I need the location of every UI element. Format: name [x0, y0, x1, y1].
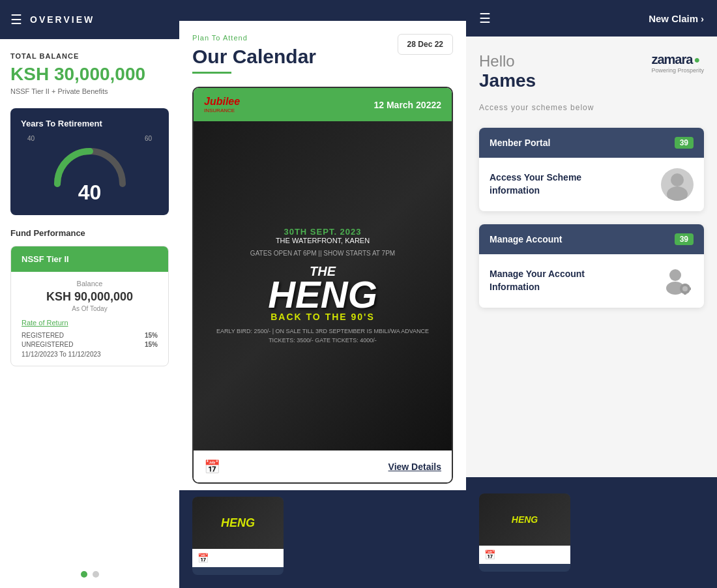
right-panel: ☰ New Claim › Hello James zamara ● Power…	[466, 0, 717, 588]
event-card-footer: 📅 View Details	[194, 450, 452, 482]
manage-account-card: Manage Account 39 Manage Your Account In…	[479, 224, 704, 308]
middle-header	[179, 0, 466, 21]
years-to-retirement-box: Years To Retirement 40 60 40	[10, 108, 169, 215]
manage-account-avatar	[661, 265, 694, 297]
svg-rect-7	[684, 293, 686, 295]
svg-point-5	[682, 286, 688, 291]
event-title-accent: BACK TO THE 90'S	[207, 312, 439, 322]
zamara-dot-icon: ●	[694, 54, 700, 66]
thumb-footer-1: 📅	[192, 549, 284, 567]
rate-unregistered-row: UNREGISTERED 15%	[22, 341, 158, 348]
right-content: Hello James zamara ● Powering Prosperity…	[466, 37, 717, 477]
svg-point-1	[667, 186, 688, 201]
event-ticket-info: EARLY BIRD: 2500/- | ON SALE TILL 3RD SE…	[207, 327, 439, 345]
thumb-card-1[interactable]: HENG 📅	[192, 497, 284, 575]
new-claim-button[interactable]: New Claim ›	[649, 13, 704, 24]
zamara-logo-group: zamara ● Powering Prosperity	[651, 52, 704, 74]
view-details-button[interactable]: View Details	[388, 462, 441, 472]
total-balance-subtitle: NSSF Tier II + Private Benefits	[10, 87, 169, 95]
svg-rect-8	[680, 287, 682, 290]
manage-account-description: Manage Your Account Information	[490, 268, 620, 293]
new-claim-label: New Claim	[649, 13, 698, 24]
svg-rect-9	[689, 287, 691, 290]
fund-balance-amount: KSH 90,000,000	[22, 290, 158, 304]
right-thumb-footer: 📅	[479, 546, 570, 564]
dot-1[interactable]	[81, 571, 87, 578]
our-calendar-title: Our Calendar	[192, 46, 316, 68]
event-gates-info: GATES OPEN AT 6PM || SHOW STARTS AT 7PM	[207, 250, 439, 257]
rate-registered-label: REGISTERED	[22, 332, 64, 339]
member-portal-badge: 39	[675, 137, 694, 149]
bottom-thumbs-area: HENG 📅	[179, 490, 466, 588]
new-claim-chevron: ›	[701, 13, 704, 24]
fund-performance-title: Fund Performance	[10, 228, 169, 238]
rate-of-return-label[interactable]: Rate of Return	[22, 319, 158, 327]
calendar-top: Plan To Attend Our Calendar 28 Dec 22	[179, 21, 466, 80]
rate-unregistered-value: 15%	[145, 341, 158, 348]
svg-point-0	[671, 173, 684, 186]
rate-unregistered-label: UNREGISTERED	[22, 341, 73, 348]
rate-registered-row: REGISTERED 15%	[22, 332, 158, 339]
member-portal-header[interactable]: Menber Portal 39	[479, 128, 704, 158]
avatar-gear-svg	[661, 265, 694, 297]
right-thumb-text: HENG	[512, 514, 538, 525]
left-header: ☰ OVERVIEW	[0, 0, 179, 39]
dot-2[interactable]	[93, 571, 99, 578]
gauge-label-40: 40	[27, 135, 35, 142]
plan-to-attend-label: Plan To Attend	[192, 34, 316, 42]
zamara-logo-display: zamara ●	[651, 52, 704, 67]
hello-text: Hello	[479, 52, 536, 70]
access-schemes-text: Access your schemes below	[479, 103, 704, 112]
overview-title: OVERVIEW	[30, 14, 95, 25]
manage-account-header[interactable]: Manage Account 39	[479, 224, 704, 254]
left-panel: ☰ OVERVIEW TOTAL BALANCE KSH 30,000,000 …	[0, 0, 179, 588]
member-portal-body[interactable]: Access Your Scheme information	[479, 158, 704, 211]
manage-account-badge: 39	[675, 233, 694, 245]
date-badge[interactable]: 28 Dec 22	[398, 34, 453, 55]
svg-point-2	[669, 269, 681, 281]
rate-date: 11/12/20223 To 11/12/2023	[22, 351, 158, 358]
years-to-retirement-title: Years To Retirement	[21, 119, 158, 128]
rate-registered-value: 15%	[145, 332, 158, 339]
gauge-label-60: 60	[145, 135, 152, 142]
thumb-image-1: HENG	[192, 497, 284, 549]
event-card: Jubilee INSURANCE 12 March 20222 30TH SE…	[192, 87, 453, 484]
member-portal-avatar	[661, 168, 694, 201]
jubilee-logo-group: Jubilee INSURANCE	[204, 96, 240, 113]
pagination-dots	[0, 561, 179, 588]
jubilee-logo: Jubilee	[204, 96, 240, 108]
fund-card-header[interactable]: NSSF Tier II	[11, 246, 168, 272]
right-hamburger-icon[interactable]: ☰	[479, 10, 491, 26]
total-balance-label: TOTAL BALANCE	[10, 52, 169, 60]
gauge-value: 40	[78, 181, 102, 205]
manage-account-body[interactable]: Manage Your Account Information	[479, 254, 704, 308]
greeting-group: Hello James	[479, 52, 536, 96]
right-header: ☰ New Claim ›	[466, 0, 717, 37]
fund-card: NSSF Tier II Balance KSH 90,000,000 As O…	[10, 246, 169, 366]
fund-balance-label: Balance	[22, 280, 158, 287]
manage-account-title: Manage Account	[490, 234, 563, 244]
total-balance-amount: KSH 30,000,000	[10, 64, 169, 85]
right-thumb-card[interactable]: HENG 📅	[479, 493, 570, 572]
gauge-labels: 40 60	[27, 135, 152, 142]
hamburger-icon[interactable]: ☰	[10, 12, 22, 27]
zamara-logo-text: zamara	[651, 52, 692, 67]
thumb-calendar-icon-1[interactable]: 📅	[198, 553, 209, 563]
fund-name: NSSF Tier II	[22, 254, 69, 264]
user-name: James	[479, 70, 536, 91]
member-portal-description: Access Your Scheme information	[490, 171, 620, 197]
fund-as-of: As Of Today	[22, 305, 158, 312]
avatar-svg	[661, 168, 694, 201]
calendar-icon[interactable]: 📅	[204, 459, 220, 475]
event-venue: THE WATERFRONT, KAREN	[207, 237, 439, 244]
event-image-area: 30TH SEPT. 2023 THE WATERFRONT, KAREN GA…	[194, 121, 452, 450]
right-bottom: HENG 📅	[466, 477, 717, 588]
jubilee-sub: INSURANCE	[204, 108, 240, 113]
member-portal-title: Menber Portal	[490, 138, 550, 148]
right-thumb-cal-icon[interactable]: 📅	[484, 550, 495, 560]
event-date-big: 30TH SEPT. 2023	[207, 227, 439, 237]
hello-row: Hello James zamara ● Powering Prosperity	[479, 52, 704, 96]
gauge-container: 40 60 40	[21, 135, 158, 205]
calendar-underline	[192, 72, 231, 74]
middle-panel: Plan To Attend Our Calendar 28 Dec 22 Ju…	[179, 0, 466, 588]
